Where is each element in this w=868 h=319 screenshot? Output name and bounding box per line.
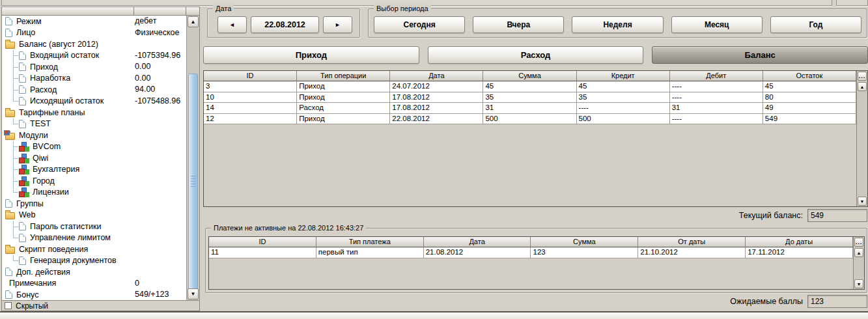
payments-header: IDТип платежаДатаСуммаОт датыДо даты [209,237,853,247]
tab-rashod[interactable]: Расход [428,46,644,64]
column-header[interactable]: От даты [638,237,746,247]
tree-item[interactable]: Бонус549/+123 [2,289,186,300]
tree-item-label: Лицо [16,28,35,37]
column-header[interactable]: Кредит [577,71,670,81]
tree-connector-line [8,232,19,244]
period-buttons: СегодняВчераНеделяМесяцГод [374,16,861,33]
tree-header-name-column[interactable] [2,7,134,16]
tree-item[interactable]: Примечания0 [2,278,186,290]
payments-rows: 11первый тип21.08.201212321.10.201217.11… [209,247,853,258]
scrollbar-thumb[interactable] [188,74,198,290]
scroll-down-icon[interactable]: ▼ [188,288,199,299]
table-cell: первый тип [316,247,424,258]
tree-item-value: -1075394.96 [135,50,180,62]
app-window: РежимдебетЛицоФизическоеБаланс (август 2… [0,0,868,319]
column-header[interactable]: ID [204,71,297,81]
tree-header-corner [186,7,199,16]
payments-scroll-up[interactable]: ▲ [854,248,863,257]
column-header[interactable]: ID [209,237,316,247]
column-header[interactable]: Остаток [763,71,856,81]
period-button-today[interactable]: Сегодня [374,16,465,33]
table-row[interactable]: 12Приход22.08.2012500500----549 [204,114,856,125]
next-date-button[interactable]: ► [323,16,352,33]
operations-scrollbar[interactable]: ... ▲ ▼ [856,71,867,206]
hidden-checkbox[interactable] [5,302,12,309]
doc-icon [19,62,26,71]
tree-item-label: Web [19,210,35,219]
tree-item-label: Qiwi [33,154,48,163]
doc-icon [19,51,26,60]
column-header[interactable]: До даты [746,237,853,247]
column-header[interactable]: Дата [390,71,483,81]
tree-item[interactable]: Баланс (август 2012) [2,38,186,50]
tree-item[interactable]: Скрипт поведения [2,243,186,255]
column-header[interactable]: Сумма [531,237,638,247]
tab-prihod[interactable]: Приход [203,46,419,64]
expected-points-field[interactable]: 123 [807,295,867,308]
more-columns-button[interactable]: ... [858,72,867,81]
tree-item-value: 549/+123 [135,289,169,300]
scroll-up-icon[interactable]: ▲ [188,16,199,27]
tree-item[interactable]: Qiwi [2,152,186,164]
column-header[interactable]: Дата [424,237,531,247]
tree-item[interactable]: Доп. действия [2,266,186,278]
table-cell: Расход [297,103,390,114]
tree-item[interactable]: Приход0.00 [2,61,186,73]
payments-scroll-down[interactable]: ▼ [854,279,863,288]
period-button-year[interactable]: Год [770,16,861,33]
operations-scroll-down[interactable]: ▼ [858,197,867,206]
table-cell: 123 [531,247,638,258]
tree-item-value: 0.00 [135,61,150,73]
table-row[interactable]: 3Приход24.07.20124545----45 [204,81,856,92]
period-button-yesterday[interactable]: Вчера [473,16,564,33]
tree-item[interactable]: BVCom [2,141,186,153]
table-cell: 500 [577,114,670,125]
table-cell: 17.11.2012 [746,247,853,258]
tree-item[interactable]: Наработка0.00 [2,73,186,85]
current-balance-field[interactable]: 549 [807,209,867,222]
tree-item[interactable]: Пароль статистики [2,221,186,232]
tree-item-label: Скрипт поведения [19,245,88,254]
table-row[interactable]: 11первый тип21.08.201212321.10.201217.11… [209,247,853,258]
tree-item[interactable]: ЛицоФизическое [2,27,186,39]
sidebar-scrollbar[interactable]: ▲ ▼ [186,16,199,300]
table-cell: 500 [483,114,576,125]
table-row[interactable]: 14Расход17.08.201231----3149 [204,103,856,114]
tree-item[interactable]: Тарифные планы [2,107,186,118]
tab-balans[interactable]: Баланс [652,46,868,64]
column-header[interactable]: Сумма [483,71,576,81]
tree-item[interactable]: TEST [2,118,186,130]
tree-item[interactable]: Город [2,175,186,187]
table-cell: ---- [577,103,670,114]
period-button-week[interactable]: Неделя [572,16,663,33]
tree-item[interactable]: Режимдебет [2,16,186,27]
tree-item[interactable]: Входящий остаток-1075394.96 [2,50,186,62]
date-group: Дата ◄ 22.08.2012 ► [207,8,360,38]
tree-item[interactable]: Расход94.00 [2,84,186,96]
tree-connector-line [8,175,19,187]
tree-header-value-column[interactable] [134,7,186,16]
operations-scroll-up[interactable]: ▲ [858,82,867,91]
tree-connector-line [8,141,19,153]
tree-item[interactable]: Лицензии [2,187,186,199]
tree-item-label: Пароль статистики [30,222,101,231]
period-button-month[interactable]: Месяц [671,16,763,33]
payments-more-columns-button[interactable]: ... [854,238,863,247]
tree-item[interactable]: Бухгалтерия [2,164,186,176]
column-header[interactable]: Тип платежа [316,237,424,247]
tree-item[interactable]: Управление лимитом [2,232,186,244]
tree-item[interactable]: Модули [2,130,186,141]
tree-item[interactable]: Исходящий остаток-1075488.96 [2,96,186,107]
payments-scrollbar[interactable]: ... ▲ ▼ [853,237,864,289]
tree-item[interactable]: Генерация документов [2,255,186,267]
column-header[interactable]: Дебит [670,71,763,81]
tree-item[interactable]: Группы [2,198,186,210]
doc-icon [19,234,26,242]
tree-item-label: Исходящий остаток [30,96,104,105]
table-row[interactable]: 10Приход17.08.20123535----80 [204,92,856,104]
tree-item[interactable]: Web [2,210,186,221]
prev-date-button[interactable]: ◄ [217,16,247,33]
column-header[interactable]: Тип операции [297,71,390,81]
inactive-payments-group: Платежи не активные на 22.08.2012 16:43:… [205,228,867,293]
date-button[interactable]: 22.08.2012 [251,16,319,33]
